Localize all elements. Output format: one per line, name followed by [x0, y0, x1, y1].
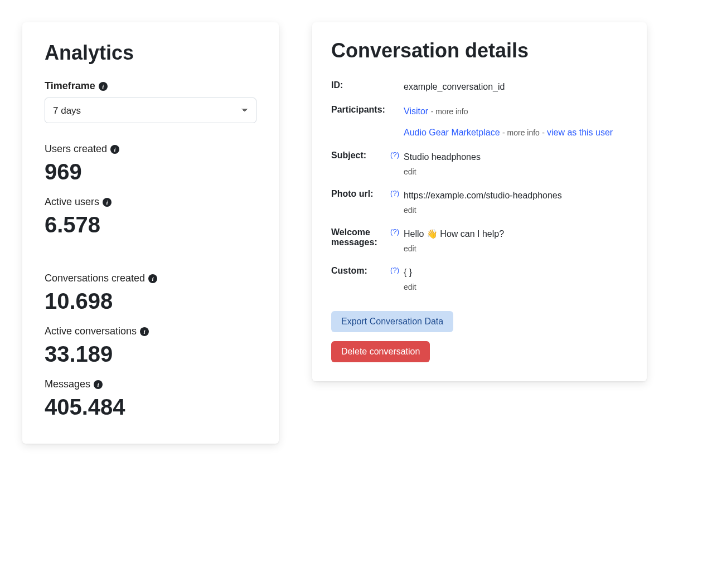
- metric-active-conversations-label: Active conversations: [45, 325, 137, 337]
- custom-value: { }: [404, 268, 412, 277]
- metric-active-users-value: 6.578: [45, 212, 256, 237]
- metric-conversations-created-value: 10.698: [45, 289, 256, 313]
- info-icon[interactable]: i: [103, 198, 112, 207]
- participant-item: Visitor - more info: [404, 105, 628, 118]
- metric-messages-value: 405.484: [45, 395, 256, 419]
- help-icon[interactable]: (?): [390, 227, 399, 236]
- detail-row-participants: Participants: Visitor - more info Audio …: [331, 99, 628, 145]
- detail-row-subject: Subject: (?) Studio headphones edit: [331, 145, 628, 183]
- timeframe-label: Timeframe: [45, 80, 95, 92]
- metric-users-created-label: Users created: [45, 143, 107, 155]
- participant-more-info[interactable]: more info: [507, 128, 540, 137]
- info-icon[interactable]: i: [110, 145, 119, 154]
- subject-label: Subject:: [331, 150, 366, 161]
- photo-label: Photo url:: [331, 189, 374, 199]
- id-label: ID:: [331, 80, 343, 90]
- conversation-details-card: Conversation details ID: example_convers…: [312, 22, 647, 381]
- photo-value: https://example.com/studio-headphones: [404, 191, 562, 200]
- custom-label: Custom:: [331, 266, 367, 276]
- subject-value: Studio headphones: [404, 152, 481, 162]
- info-icon[interactable]: i: [94, 380, 103, 389]
- analytics-title: Analytics: [45, 41, 256, 65]
- edit-link[interactable]: edit: [404, 166, 628, 178]
- separator: -: [502, 128, 507, 137]
- detail-row-photo: Photo url: (?) https://example.com/studi…: [331, 183, 628, 222]
- metric-users-created-row: Users created i: [45, 143, 256, 155]
- id-value: example_conversation_id: [404, 82, 505, 91]
- export-button[interactable]: Export Conversation Data: [331, 311, 453, 332]
- participants-label: Participants:: [331, 105, 385, 115]
- metric-messages-label: Messages: [45, 378, 90, 390]
- participant-view-as[interactable]: view as this user: [547, 128, 613, 137]
- help-icon[interactable]: (?): [390, 150, 399, 159]
- welcome-value: Hello 👋 How can I help?: [404, 229, 504, 239]
- info-icon[interactable]: i: [148, 274, 157, 283]
- help-icon[interactable]: (?): [390, 189, 399, 197]
- edit-link[interactable]: edit: [404, 205, 628, 216]
- metric-conversations-created-row: Conversations created i: [45, 273, 256, 284]
- timeframe-select[interactable]: 7 days: [45, 98, 256, 123]
- participant-more-info[interactable]: more info: [435, 107, 468, 116]
- delete-button[interactable]: Delete conversation: [331, 341, 430, 362]
- metric-users-created-value: 969: [45, 159, 256, 184]
- help-icon[interactable]: (?): [390, 266, 399, 274]
- metric-conversations-created-label: Conversations created: [45, 273, 145, 284]
- detail-row-custom: Custom: (?) { } edit: [331, 260, 628, 299]
- info-icon[interactable]: i: [99, 82, 108, 91]
- info-icon[interactable]: i: [140, 327, 149, 336]
- separator: -: [431, 107, 436, 116]
- button-row: Export Conversation Data Delete conversa…: [331, 303, 628, 362]
- participant-link-marketplace[interactable]: Audio Gear Marketplace: [404, 128, 500, 137]
- metric-active-conversations-row: Active conversations i: [45, 325, 256, 337]
- welcome-label: Welcome messages:: [331, 227, 390, 247]
- metric-active-users-row: Active users i: [45, 196, 256, 208]
- edit-link[interactable]: edit: [404, 281, 628, 293]
- detail-row-welcome: Welcome messages: (?) Hello 👋 How can I …: [331, 222, 628, 260]
- timeframe-label-row: Timeframe i: [45, 80, 256, 92]
- participant-link-visitor[interactable]: Visitor: [404, 106, 428, 116]
- separator: -: [542, 128, 547, 137]
- analytics-card: Analytics Timeframe i 7 days Users creat…: [22, 22, 279, 444]
- metric-active-conversations-value: 33.189: [45, 342, 256, 366]
- conversation-details-title: Conversation details: [331, 39, 628, 62]
- participant-item: Audio Gear Marketplace - more info - vie…: [404, 126, 628, 139]
- metric-active-users-label: Active users: [45, 196, 99, 208]
- edit-link[interactable]: edit: [404, 243, 628, 255]
- detail-row-id: ID: example_conversation_id: [331, 75, 628, 99]
- metric-messages-row: Messages i: [45, 378, 256, 390]
